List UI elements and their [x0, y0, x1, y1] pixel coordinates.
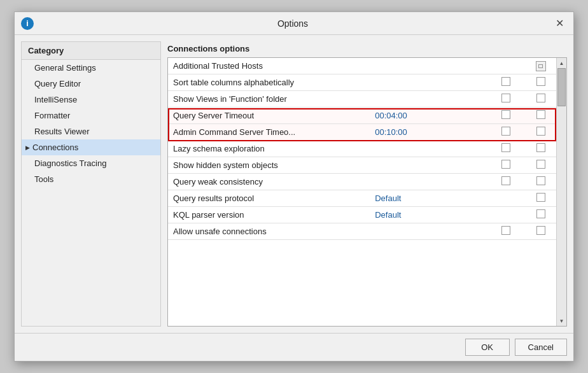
option-extra-cell	[525, 74, 556, 90]
table-row[interactable]: Show hidden system objects	[168, 157, 556, 173]
sidebar-item-label: Connections	[32, 143, 78, 152]
option-extra-cell	[525, 223, 556, 239]
table-row[interactable]: KQL parser versionDefault	[168, 206, 556, 223]
option-extra-checkbox[interactable]	[536, 209, 545, 218]
main-content: Connections options Additional Trusted H…	[167, 41, 567, 327]
option-extra-checkbox[interactable]	[536, 127, 545, 136]
option-square-button[interactable]: □	[536, 61, 546, 71]
dialog-title: Options	[34, 18, 552, 29]
table-scrollbar[interactable]: ▲ ▼	[556, 58, 566, 326]
option-checkbox-cell	[486, 123, 525, 140]
options-dialog: i Options ✕ Category General SettingsQue…	[14, 11, 574, 362]
option-checkbox[interactable]	[501, 77, 510, 86]
option-extra-checkbox[interactable]	[536, 226, 545, 235]
option-extra-checkbox[interactable]	[536, 77, 545, 86]
option-checkbox[interactable]	[501, 176, 510, 185]
option-name: KQL parser version	[168, 206, 370, 223]
option-checkbox-cell	[486, 107, 525, 123]
table-row[interactable]: Lazy schema exploration	[168, 140, 556, 157]
option-checkbox[interactable]	[501, 160, 510, 169]
option-name: Lazy schema exploration	[168, 140, 370, 157]
options-table-container: Additional Trusted Hosts□Sort table colu…	[167, 57, 567, 327]
table-scroll-wrapper: Additional Trusted Hosts□Sort table colu…	[168, 58, 566, 326]
option-checkbox[interactable]	[501, 127, 510, 136]
option-name: Query weak consistency	[168, 173, 370, 190]
option-checkbox[interactable]	[501, 110, 510, 119]
option-name: Query Server Timeout	[168, 107, 370, 123]
option-extra-cell	[525, 173, 556, 190]
option-value: Default	[370, 190, 486, 206]
sidebar-item-diagnostics-tracing[interactable]: Diagnostics Tracing	[22, 155, 160, 171]
dialog-footer: OK Cancel	[15, 333, 573, 361]
option-checkbox[interactable]	[501, 226, 510, 235]
sidebar-content: General SettingsQuery EditorIntelliSense…	[22, 60, 160, 326]
option-checkbox-cell	[486, 90, 525, 107]
sidebar-item-connections[interactable]: ▶Connections	[22, 139, 160, 155]
sidebar-item-formatter[interactable]: Formatter	[22, 108, 160, 123]
option-checkbox[interactable]	[501, 94, 510, 102]
options-table: Additional Trusted Hosts□Sort table colu…	[168, 58, 556, 240]
table-row[interactable]: Additional Trusted Hosts□	[168, 58, 556, 74]
option-extra-checkbox[interactable]	[536, 143, 545, 152]
option-value	[370, 157, 486, 173]
table-row[interactable]: Query results protocolDefault	[168, 190, 556, 206]
option-name: Show Views in 'Function' folder	[168, 90, 370, 107]
option-checkbox-cell	[486, 140, 525, 157]
scroll-down-arrow[interactable]: ▼	[557, 316, 567, 326]
option-name: Show hidden system objects	[168, 157, 370, 173]
option-name: Additional Trusted Hosts	[168, 58, 370, 74]
option-extra-checkbox[interactable]	[536, 94, 545, 102]
close-button[interactable]: ✕	[552, 16, 567, 31]
option-extra-cell	[525, 90, 556, 107]
option-value: 00:04:00	[370, 107, 486, 123]
table-row[interactable]: Admin Command Server Timeo...00:10:00	[168, 123, 556, 140]
option-extra-cell	[525, 206, 556, 223]
option-checkbox[interactable]	[501, 143, 510, 152]
option-checkbox-cell	[486, 58, 525, 74]
option-name: Allow unsafe connections	[168, 223, 370, 239]
sidebar-item-general-settings[interactable]: General Settings	[22, 60, 160, 76]
option-extra-cell	[525, 107, 556, 123]
option-value: 00:10:00	[370, 123, 486, 140]
sidebar: Category General SettingsQuery EditorInt…	[21, 41, 161, 327]
option-extra-checkbox[interactable]	[536, 160, 545, 169]
option-extra-cell	[525, 123, 556, 140]
sidebar-item-tools[interactable]: Tools	[22, 171, 160, 187]
option-value	[370, 173, 486, 190]
option-checkbox-cell	[486, 173, 525, 190]
option-extra-cell: □	[525, 58, 556, 74]
table-row[interactable]: Query weak consistency	[168, 173, 556, 190]
option-extra-checkbox[interactable]	[536, 193, 545, 202]
sidebar-item-query-editor[interactable]: Query Editor	[22, 76, 160, 92]
option-extra-cell	[525, 140, 556, 157]
sidebar-item-intellisense[interactable]: IntelliSense	[22, 92, 160, 108]
table-row[interactable]: Query Server Timeout00:04:00	[168, 107, 556, 123]
option-extra-cell	[525, 157, 556, 173]
ok-button[interactable]: OK	[465, 339, 510, 356]
option-checkbox-cell	[486, 190, 525, 206]
scroll-up-arrow[interactable]: ▲	[557, 58, 567, 68]
option-checkbox-cell	[486, 223, 525, 239]
scrollbar-thumb[interactable]	[557, 68, 566, 106]
info-icon: i	[21, 17, 34, 30]
main-header: Connections options	[167, 41, 567, 57]
option-checkbox-cell	[486, 74, 525, 90]
table-row[interactable]: Allow unsafe connections	[168, 223, 556, 239]
dialog-body: Category General SettingsQuery EditorInt…	[15, 35, 573, 333]
option-checkbox-cell	[486, 157, 525, 173]
option-extra-checkbox[interactable]	[536, 110, 545, 119]
scrollbar-track	[557, 68, 566, 316]
option-name: Sort table columns alphabetically	[168, 74, 370, 90]
option-extra-cell	[525, 190, 556, 206]
sidebar-item-results-viewer[interactable]: Results Viewer	[22, 123, 160, 139]
table-row[interactable]: Show Views in 'Function' folder	[168, 90, 556, 107]
option-value	[370, 58, 486, 74]
table-scroll-inner[interactable]: Additional Trusted Hosts□Sort table colu…	[168, 58, 556, 326]
option-value	[370, 140, 486, 157]
sidebar-header: Category	[22, 42, 160, 60]
cancel-button[interactable]: Cancel	[515, 339, 567, 356]
table-row[interactable]: Sort table columns alphabetically	[168, 74, 556, 90]
option-extra-checkbox[interactable]	[536, 176, 545, 185]
option-name: Query results protocol	[168, 190, 370, 206]
option-value	[370, 74, 486, 90]
